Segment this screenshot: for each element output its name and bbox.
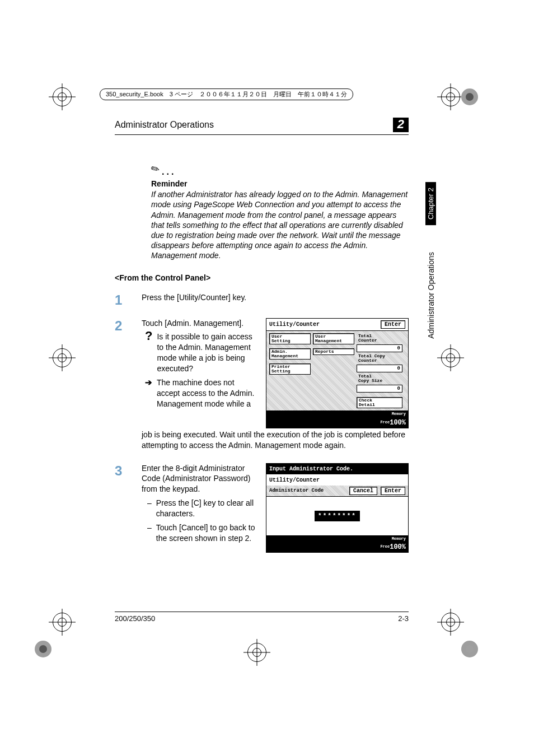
reminder-body: If another Administrator has already log… [151, 189, 409, 260]
pencil-icon: ✎ [149, 162, 162, 177]
reg-mark-circle [53, 348, 72, 367]
lcd1-printer-setting-button[interactable]: Printer Setting [269, 363, 311, 375]
step-2: 2 Touch [Admin. Management]. ? Is it pos… [115, 318, 409, 451]
lcd1-total-copy-counter-label: Total Copy Counter [357, 353, 402, 363]
chapter-badge: 2 [393, 118, 409, 132]
lcd-utility-counter: Utility/Counter Enter User Setting Admin… [266, 318, 409, 428]
reg-mark-circle [441, 348, 460, 367]
reminder-icon-row: ✎... [151, 163, 409, 177]
step-3-text: Enter the 8-digit Administrator Code (Ad… [142, 463, 257, 495]
dash-icon: – [145, 522, 152, 544]
lcd2-subtitle: Utility/Counter [266, 474, 408, 486]
step-2-answer-part1: The machine does not accept access to th… [157, 377, 257, 409]
step-3: 3 Enter the 8-digit Administrator Code (… [115, 463, 409, 553]
step-3-sub2: Touch [Cancel] to go back to the screen … [156, 522, 257, 544]
reg-mark-circle [441, 87, 460, 106]
step-1-body: Press the [Utility/Counter] key. [142, 292, 409, 308]
lcd1-total-counter-value: 0 [357, 344, 402, 352]
dash-icon: – [145, 498, 152, 519]
reg-dot [461, 88, 478, 105]
side-chapter-tab: Chapter 2 [425, 182, 436, 225]
footer-model: 200/250/350 [115, 614, 155, 623]
lcd1-reports-button[interactable]: Reports [313, 348, 354, 355]
lcd1-admin-management-button[interactable]: Admin. Management [269, 348, 311, 360]
side-section-label: Administrator Operations [425, 246, 437, 344]
lcd1-enter-button[interactable]: Enter [381, 320, 405, 329]
step-2-text: Touch [Admin. Management]. [142, 318, 257, 329]
header-title: Administrator Operations [115, 120, 214, 130]
reg-dot [35, 641, 51, 657]
lcd1-total-copy-counter-value: 0 [357, 365, 402, 372]
section-heading: <From the Control Panel> [115, 273, 409, 282]
reminder-label: Reminder [151, 179, 409, 188]
lcd1-footer: Memory Free100% [266, 410, 408, 427]
lcd1-user-setting-button[interactable]: User Setting [269, 333, 311, 344]
lcd2-cancel-button[interactable]: Cancel [349, 487, 377, 496]
step-1-number: 1 [115, 292, 126, 308]
lcd1-total-copy-size-value: 0 [357, 385, 402, 393]
step-3-number: 3 [115, 463, 126, 553]
lcd1-check-detail-button[interactable]: Check Detail [357, 397, 402, 408]
dots-icon: ... [162, 167, 176, 176]
file-header: 350_security_E.book 3 ページ ２００６年１１月２０日 月曜… [100, 88, 353, 100]
reg-mark-circle [247, 643, 266, 662]
step-3-sub1: Press the [C] key to clear all character… [156, 498, 257, 519]
reg-mark-circle [53, 613, 72, 632]
lcd2-footer: Memory Free100% [266, 535, 408, 552]
lcd2-code-label: Administrator Code [269, 487, 324, 494]
reg-dot [461, 641, 478, 657]
arrow-icon: ➔ [145, 377, 152, 409]
step-2-number: 2 [115, 318, 126, 451]
reg-mark-circle [53, 87, 72, 106]
lcd-admin-code: Input Administrator Code. Utility/Counte… [266, 463, 409, 553]
lcd2-code-field[interactable]: ******** [315, 511, 360, 521]
page-header-row: Administrator Operations 2 [115, 118, 409, 135]
step-1: 1 Press the [Utility/Counter] key. [115, 292, 409, 308]
lcd2-enter-button[interactable]: Enter [381, 487, 405, 496]
footer-page: 2-3 [398, 614, 409, 623]
question-icon: ? [145, 332, 152, 374]
reg-mark-circle [441, 613, 460, 632]
lcd1-title: Utility/Counter [269, 321, 320, 329]
page-footer: 200/250/350 2-3 [115, 612, 409, 623]
lcd2-title: Input Administrator Code. [266, 464, 408, 475]
lcd1-total-counter-label: Total Counter [357, 333, 402, 343]
step-2-answer-continued: job is being executed. Wait until the ex… [142, 430, 409, 451]
lcd1-total-copy-size-label: Total Copy Size [357, 374, 402, 384]
lcd1-user-management-button[interactable]: User Management [313, 333, 354, 344]
step-2-question: Is it possible to gain access to the Adm… [157, 332, 257, 374]
